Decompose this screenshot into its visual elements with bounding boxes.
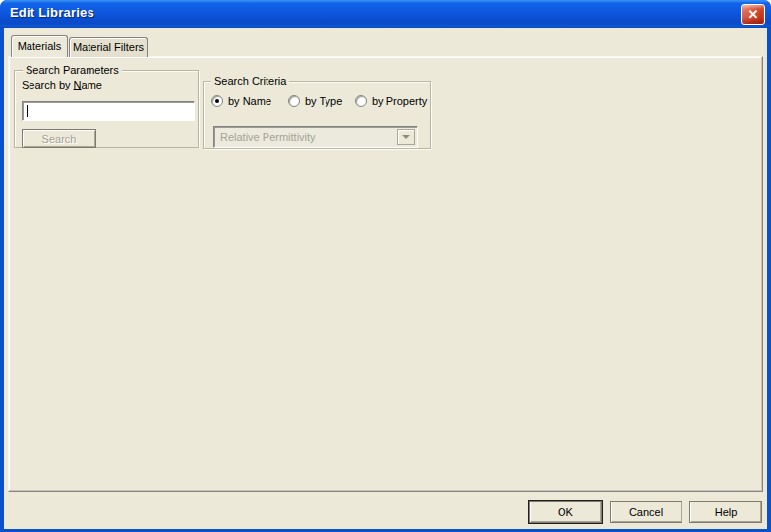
edit-libraries-dialog: Edit Libraries ✕ Materials Material Filt… — [0, 0, 771, 532]
close-icon: ✕ — [748, 7, 759, 22]
search-criteria-group-label: Search Criteria — [211, 75, 289, 87]
tab-material-filters[interactable]: Material Filters — [69, 37, 148, 57]
radio-by-property-label: by Property — [372, 95, 427, 107]
close-button[interactable]: ✕ — [741, 4, 765, 25]
property-dropdown[interactable]: Relative Permittivity — [213, 126, 418, 148]
radio-button-icon[interactable] — [288, 95, 300, 107]
search-parameters-group-label: Search Parameters — [23, 64, 122, 76]
radio-by-name[interactable]: by Name — [211, 95, 271, 107]
search-parameters-group: Search Parameters Search by Name Search — [14, 70, 199, 148]
help-button[interactable]: Help — [689, 501, 762, 523]
property-dropdown-value: Relative Permittivity — [220, 131, 316, 143]
search-button[interactable]: Search — [22, 129, 96, 148]
radio-by-type-label: by Type — [305, 95, 342, 107]
radio-by-name-label: by Name — [228, 95, 271, 107]
ok-button[interactable]: OK — [529, 501, 602, 523]
chevron-down-icon — [402, 135, 410, 143]
cancel-button[interactable]: Cancel — [610, 501, 682, 523]
text-caret — [27, 105, 28, 117]
radio-button-icon[interactable] — [355, 95, 367, 107]
window-title: Edit Libraries — [10, 5, 94, 20]
dropdown-button[interactable] — [397, 129, 415, 145]
search-criteria-group: Search Criteria by Name by Type by Prope… — [203, 81, 431, 149]
radio-button-icon[interactable] — [211, 95, 223, 107]
radio-by-type[interactable]: by Type — [288, 95, 342, 107]
search-input[interactable] — [22, 101, 195, 121]
radio-by-property[interactable]: by Property — [355, 95, 427, 107]
search-by-name-label: Search by Name — [22, 79, 102, 90]
dialog-content: Materials Material Filters Search Parame… — [4, 28, 767, 529]
tab-materials[interactable]: Materials — [11, 35, 68, 57]
title-bar[interactable]: Edit Libraries ✕ — [0, 0, 771, 28]
